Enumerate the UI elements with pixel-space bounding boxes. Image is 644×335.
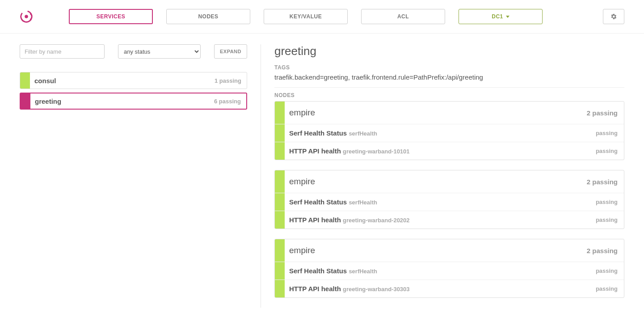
- nodes-container: empire2 passingSerf Health Status serfHe…: [274, 101, 624, 298]
- status-stripe: [275, 102, 285, 124]
- node-card: empire2 passingSerf Health Status serfHe…: [274, 101, 624, 160]
- status-stripe: [275, 193, 285, 211]
- check-result: passing: [589, 285, 624, 292]
- check-label: HTTP API health greeting-warband-10101: [285, 147, 414, 155]
- expand-button[interactable]: EXPAND: [214, 44, 247, 59]
- service-name: greeting: [30, 98, 209, 105]
- tags-value: traefik.backend=greeting, traefik.fronte…: [274, 73, 624, 81]
- status-stripe: [275, 170, 285, 193]
- detail-panel: greeting TAGS traefik.backend=greeting, …: [261, 44, 624, 308]
- consul-logo-icon: [20, 10, 33, 23]
- main: any status EXPAND consul1 passinggreetin…: [0, 34, 644, 318]
- service-item-greeting[interactable]: greeting6 passing: [20, 93, 247, 110]
- status-stripe: [275, 280, 285, 297]
- nav-nodes[interactable]: NODES: [166, 9, 250, 24]
- service-list: consul1 passinggreeting6 passing: [20, 72, 247, 110]
- check-label: Serf Health Status serfHealth: [285, 129, 382, 137]
- node-name: empire: [285, 246, 581, 255]
- left-controls: any status EXPAND: [20, 44, 247, 59]
- node-card: empire2 passingSerf Health Status serfHe…: [274, 170, 624, 229]
- check-row[interactable]: Serf Health Status serfHealthpassing: [275, 262, 624, 280]
- check-label: Serf Health Status serfHealth: [285, 267, 382, 275]
- status-stripe: [21, 93, 30, 109]
- caret-down-icon: [506, 16, 509, 18]
- service-name: consul: [30, 77, 209, 85]
- check-row[interactable]: HTTP API health greeting-warband-10101pa…: [275, 142, 624, 160]
- node-header[interactable]: empire2 passing: [275, 102, 624, 124]
- nodes-label: NODES: [274, 87, 624, 98]
- gear-icon: [610, 13, 617, 20]
- check-row[interactable]: Serf Health Status serfHealthpassing: [275, 124, 624, 142]
- page-title: greeting: [274, 44, 624, 58]
- nav-kv[interactable]: KEY/VALUE: [264, 9, 348, 24]
- node-count: 2 passing: [581, 109, 624, 117]
- svg-point-5: [30, 18, 31, 20]
- node-card: empire2 passingSerf Health Status serfHe…: [274, 239, 624, 298]
- svg-point-1: [25, 15, 28, 18]
- nav: SERVICES NODES KEY/VALUE ACL DC1: [69, 9, 589, 24]
- check-sub: greeting-warband-20202: [343, 217, 410, 224]
- check-sub: greeting-warband-30303: [343, 286, 410, 293]
- nav-services[interactable]: SERVICES: [69, 9, 153, 24]
- tags-label: TAGS: [274, 64, 624, 71]
- topbar: SERVICES NODES KEY/VALUE ACL DC1: [0, 0, 644, 34]
- status-stripe: [275, 262, 285, 280]
- nav-acl[interactable]: ACL: [361, 9, 445, 24]
- node-name: empire: [285, 177, 581, 187]
- services-panel: any status EXPAND consul1 passinggreetin…: [20, 44, 261, 308]
- svg-point-3: [31, 15, 32, 17]
- check-result: passing: [589, 267, 624, 274]
- status-select[interactable]: any status: [118, 44, 201, 59]
- check-result: passing: [589, 148, 624, 154]
- node-count: 2 passing: [581, 178, 624, 186]
- check-result: passing: [589, 199, 624, 205]
- node-header[interactable]: empire2 passing: [275, 170, 624, 193]
- status-stripe: [275, 142, 285, 160]
- status-stripe: [275, 124, 285, 142]
- settings-button[interactable]: [603, 9, 624, 24]
- check-sub: serfHealth: [349, 130, 377, 137]
- node-name: empire: [285, 108, 581, 118]
- check-result: passing: [589, 130, 624, 136]
- node-count: 2 passing: [581, 247, 624, 254]
- check-label: Serf Health Status serfHealth: [285, 198, 382, 206]
- service-item-consul[interactable]: consul1 passing: [20, 72, 247, 89]
- nav-datacenter[interactable]: DC1: [459, 9, 543, 24]
- check-row[interactable]: HTTP API health greeting-warband-30303pa…: [275, 280, 624, 297]
- check-label: HTTP API health greeting-warband-20202: [285, 216, 414, 224]
- status-stripe: [275, 211, 285, 229]
- check-sub: serfHealth: [349, 268, 377, 275]
- service-count: 1 passing: [209, 77, 247, 84]
- check-result: passing: [589, 216, 624, 223]
- check-row[interactable]: Serf Health Status serfHealthpassing: [275, 193, 624, 211]
- check-sub: serfHealth: [349, 199, 377, 206]
- check-row[interactable]: HTTP API health greeting-warband-20202pa…: [275, 211, 624, 229]
- status-stripe: [20, 72, 30, 89]
- check-sub: greeting-warband-10101: [343, 148, 410, 155]
- check-label: HTTP API health greeting-warband-30303: [285, 285, 414, 293]
- svg-point-4: [31, 17, 32, 18]
- status-stripe: [275, 239, 285, 262]
- svg-point-2: [30, 13, 31, 15]
- node-header[interactable]: empire2 passing: [275, 239, 624, 262]
- service-count: 6 passing: [209, 98, 246, 105]
- filter-input[interactable]: [20, 44, 105, 59]
